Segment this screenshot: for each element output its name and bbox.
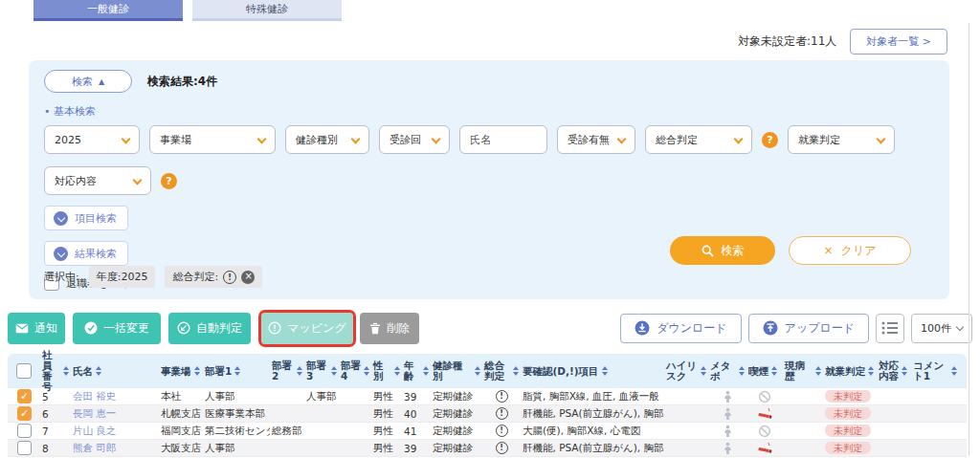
- table-row[interactable]: 5 会田 裕史 本社 人事部 人事部 男性 39 定期健診 脂質, 胸部X線, …: [8, 388, 967, 405]
- search-button[interactable]: 検索: [670, 236, 775, 265]
- selected-label: 選択中:: [44, 270, 79, 284]
- sort-icon[interactable]: [475, 363, 480, 379]
- vertical-scrollbar[interactable]: [969, 23, 969, 456]
- chevron-down-icon: [734, 135, 744, 144]
- list-icon: [880, 319, 900, 337]
- tab-general-checkup[interactable]: 一般健診: [33, 0, 183, 21]
- person-icon: [723, 425, 733, 438]
- result-search-label: 結果検索: [75, 247, 117, 261]
- cell-sex: 男性: [371, 407, 402, 421]
- response-select[interactable]: 対応内容: [44, 166, 151, 195]
- worksite-select[interactable]: 事業場: [149, 125, 276, 154]
- col-dept3: 部署3: [306, 360, 328, 382]
- row-checkbox[interactable]: [17, 389, 32, 403]
- year-select[interactable]: 2025: [44, 125, 140, 154]
- employee-name-link[interactable]: 長岡 恵一: [73, 407, 116, 419]
- help-icon[interactable]: ?: [762, 132, 778, 148]
- sort-icon[interactable]: [96, 363, 101, 379]
- search-toggle-label: 検索: [72, 75, 93, 89]
- cell-dept1: 第二技術センタ…: [203, 425, 270, 438]
- remove-filter-icon[interactable]: [241, 271, 255, 284]
- select-all-checkbox[interactable]: [16, 363, 32, 379]
- help-icon[interactable]: ?: [161, 173, 177, 189]
- sort-icon[interactable]: [297, 363, 302, 379]
- delete-button[interactable]: 削除: [360, 313, 419, 344]
- cell-employee-no: 8: [40, 443, 71, 454]
- employee-name-link[interactable]: 熊倉 司郎: [73, 442, 116, 453]
- sort-icon[interactable]: [739, 363, 745, 379]
- search-result-count: 検索結果:4件: [147, 74, 217, 90]
- col-exam-type: 健診種別: [433, 360, 472, 382]
- cell-dept1: 人事部: [203, 390, 270, 403]
- item-search-expand-button[interactable]: 項目検索: [44, 206, 128, 230]
- chip-label: 総合判定:: [172, 270, 218, 284]
- check-circle-icon: [84, 321, 98, 335]
- sort-icon[interactable]: [423, 363, 429, 379]
- bulk-change-button[interactable]: 一括変更: [73, 313, 161, 344]
- sort-icon[interactable]: [364, 363, 369, 379]
- sort-icon[interactable]: [868, 363, 874, 379]
- sort-icon[interactable]: [234, 363, 240, 379]
- cell-employee-no: 6: [40, 408, 71, 420]
- sort-icon[interactable]: [331, 363, 337, 379]
- search-button-label: 検索: [722, 243, 745, 259]
- row-checkbox[interactable]: [17, 441, 32, 455]
- upload-button[interactable]: アップロード: [748, 314, 869, 343]
- sort-icon[interactable]: [513, 363, 519, 379]
- cell-dept3: 人事部: [304, 390, 339, 403]
- auto-judge-button[interactable]: 自動判定: [168, 313, 251, 344]
- row-checkbox[interactable]: [17, 406, 32, 421]
- selected-filters-row: 選択中: 年度:2025 総合判定:: [44, 266, 262, 288]
- cell-exam-type: 定期健診: [431, 407, 482, 421]
- notify-button[interactable]: 通知: [8, 313, 65, 344]
- sort-icon[interactable]: [63, 363, 69, 379]
- overall-judgment-select[interactable]: 総合判定: [645, 125, 752, 154]
- visit-select[interactable]: 受診回: [379, 125, 450, 154]
- results-table: 社員 番号 氏名 事業場 部署1 部署2 部署3 部署4 性別 年齢 健診種別 …: [8, 354, 967, 458]
- mapping-button[interactable]: マッピング: [261, 313, 353, 344]
- sort-icon[interactable]: [951, 363, 957, 379]
- cell-sex: 男性: [371, 442, 402, 455]
- col-high-risk: ハイリスク: [666, 360, 698, 382]
- cell-age: 39: [402, 443, 431, 454]
- sort-icon[interactable]: [194, 363, 200, 379]
- work-judgment-select-value: 就業判定: [798, 133, 840, 147]
- exam-type-select[interactable]: 健診種別: [285, 125, 369, 154]
- sort-icon[interactable]: [771, 363, 777, 379]
- table-row[interactable]: 8 熊倉 司郎 大阪支店 人事部 男性 39 定期健診 肝機能, PSA(前立腺…: [8, 440, 967, 457]
- attendance-select[interactable]: 受診有無: [557, 125, 635, 154]
- per-page-select[interactable]: 100件: [911, 314, 972, 343]
- download-button[interactable]: ダウンロード: [620, 314, 741, 343]
- list-view-button[interactable]: [876, 314, 904, 343]
- alert-icon: [496, 442, 508, 454]
- sort-icon[interactable]: [701, 363, 706, 379]
- item-search-label: 項目検索: [75, 211, 117, 226]
- cell-confirm-items: 大腸(便), 胸部X線, 心電図: [521, 425, 664, 438]
- table-row[interactable]: 7 片山 良之 福岡支店 第二技術センタ… 総務部 男性 41 定期健診 大腸(…: [8, 423, 967, 440]
- trash-icon: [369, 322, 381, 335]
- clear-button[interactable]: × クリア: [789, 236, 911, 265]
- target-list-button[interactable]: 対象者一覧 >: [850, 29, 947, 55]
- attendance-select-value: 受診有無: [568, 133, 610, 147]
- sort-icon[interactable]: [394, 363, 400, 379]
- row-checkbox[interactable]: [17, 424, 32, 438]
- name-input[interactable]: [470, 134, 537, 146]
- sort-icon[interactable]: [815, 363, 821, 379]
- employee-name-link[interactable]: 片山 良之: [73, 425, 116, 436]
- cell-employee-no: 7: [40, 425, 71, 437]
- chevron-down-circle-icon: [54, 247, 68, 261]
- sort-icon[interactable]: [902, 363, 907, 379]
- status-badge: 未判定: [825, 390, 871, 403]
- result-search-expand-button[interactable]: 結果検索: [44, 241, 128, 266]
- sort-icon[interactable]: [602, 363, 608, 379]
- notify-label: 通知: [34, 320, 57, 337]
- search-toggle-button[interactable]: 検索 ▲: [44, 70, 132, 93]
- filter-chip-overall: 総合判定:: [165, 266, 262, 288]
- table-row[interactable]: 6 長岡 恵一 札幌支店 医療事業本部 男性 40 定期健診 肝機能, PSA(…: [8, 405, 967, 423]
- tab-special-checkup[interactable]: 特殊健診: [192, 0, 342, 21]
- cell-exam-type: 定期健診: [431, 425, 482, 438]
- work-judgment-select[interactable]: 就業判定: [788, 125, 895, 154]
- close-icon: ×: [824, 244, 834, 257]
- alert-icon: [496, 390, 508, 403]
- employee-name-link[interactable]: 会田 裕史: [73, 390, 116, 402]
